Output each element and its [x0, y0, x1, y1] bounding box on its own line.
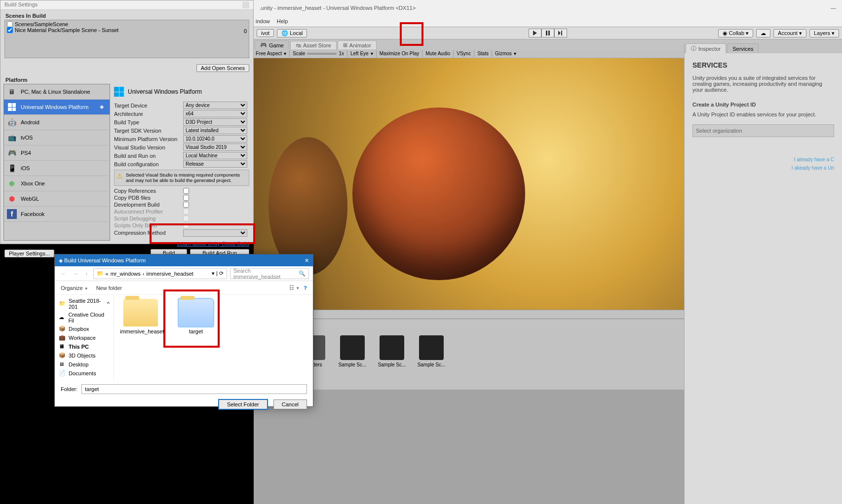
tab-inspector[interactable]: ⓘ Inspector [686, 43, 726, 53]
add-open-scenes-button[interactable]: Add Open Scenes [196, 64, 249, 72]
cloud-button[interactable]: ☁ [756, 29, 770, 37]
folder-name-input[interactable] [81, 384, 307, 394]
folder-toolbar: Organize ▼ New folder ☷ ▼ ? [55, 281, 313, 295]
close-icon[interactable] [242, 1, 249, 8]
layers-dropdown[interactable]: Layers ▾ [809, 29, 839, 37]
platform-uwp[interactable]: Universal Windows Platform◈ [4, 100, 110, 115]
sidebar-item-this-pc[interactable]: 🖥This PC [55, 342, 114, 351]
sidebar-item[interactable]: 💼Workspace [55, 333, 114, 342]
back-button[interactable]: ← [59, 271, 68, 277]
pivot-toggle[interactable]: ivot [257, 29, 274, 37]
step-button[interactable] [554, 29, 567, 37]
unity-toolbar: ivot 🌐 Local ◉ Collab ▾ ☁ Account ▾ Laye… [254, 27, 842, 39]
window-title: .unity - immersive_heaset - Universal Wi… [260, 5, 416, 11]
account-dropdown[interactable]: Account ▾ [773, 29, 806, 37]
services-panel: ⓘ Inspector Services SERVICES Unity prov… [684, 43, 842, 504]
already-have-link-1[interactable]: I already have a C [692, 157, 834, 162]
auto-profiler-checkbox [183, 209, 189, 215]
scene-checkbox[interactable] [7, 21, 13, 27]
build-run-on-select[interactable]: Local Machine [183, 152, 247, 159]
copy-pdb-checkbox[interactable] [183, 195, 189, 201]
up-button[interactable]: ↑ [83, 271, 90, 277]
collab-dropdown[interactable]: ◉ Collab ▾ [718, 29, 753, 37]
pause-button[interactable] [541, 29, 554, 37]
scene-row[interactable]: Nice Material Pack/Sample Scene - Sunset [6, 27, 248, 33]
scene-row[interactable]: Scenes/SampleScene [6, 21, 248, 27]
sdk-select[interactable]: Latest installed [183, 127, 247, 134]
maximize-toggle[interactable]: Maximize On Play [380, 51, 420, 56]
platform-standalone[interactable]: 🖥PC, Mac & Linux Standalone [4, 84, 110, 100]
help-icon[interactable]: ? [304, 285, 307, 291]
mute-toggle[interactable]: Mute Audio [425, 51, 450, 56]
build-config-select[interactable]: Release [183, 160, 247, 168]
folder-dialog-titlebar[interactable]: ◈ Build Universal Windows Platform ✕ [55, 254, 313, 266]
platform-webgl[interactable]: ⬢WebGL [4, 191, 110, 207]
play-button[interactable] [529, 29, 541, 37]
tab-animator[interactable]: ⊞ Animator [338, 40, 377, 49]
scene-checkbox[interactable] [7, 27, 13, 33]
cancel-button[interactable]: Cancel [273, 399, 307, 409]
windows-icon [114, 87, 124, 97]
unity-editor: .unity - immersive_heaset - Universal Wi… [254, 0, 842, 504]
tab-asset-store[interactable]: 🛍 Asset Store [290, 41, 337, 49]
project-item[interactable]: Sample Sc... [417, 335, 446, 385]
close-icon[interactable]: ✕ [305, 257, 309, 264]
unity-logo-icon: ◈ [100, 104, 107, 110]
services-desc: Unity provides you a suite of integrated… [692, 75, 834, 93]
project-item[interactable]: Sample Sc... [377, 335, 407, 385]
platform-ios[interactable]: 📱iOS [4, 161, 110, 176]
sidebar-item[interactable]: 📦Dropbox [55, 324, 114, 333]
player-settings-button[interactable]: Player Settings... [4, 250, 54, 257]
menu-help[interactable]: Help [277, 18, 288, 24]
organize-dropdown[interactable]: Organize ▼ [61, 285, 88, 291]
cloud-build-link[interactable]: Learn about Unity Cloud Build [0, 241, 253, 247]
platform-ps4[interactable]: 🎮PS4 [4, 145, 110, 161]
local-toggle[interactable]: 🌐 Local [277, 29, 307, 37]
dev-build-checkbox[interactable] [183, 202, 189, 208]
tab-game[interactable]: 🎮 Game [255, 40, 289, 49]
platform-android[interactable]: 🤖Android [4, 115, 110, 130]
sidebar-item[interactable]: 🖥Desktop [55, 360, 114, 369]
menu-window[interactable]: indow [256, 18, 270, 24]
folder-dialog-title: Build Universal Windows Platform [64, 257, 146, 263]
build-settings-window: Build Settings Scenes In Build Scenes/Sa… [0, 0, 254, 244]
platform-facebook[interactable]: fFacebook [4, 207, 110, 222]
aspect-dropdown[interactable]: Free Aspect [256, 51, 282, 56]
folder-search[interactable]: Search immersive_headset🔍 [230, 268, 309, 279]
sidebar-item[interactable]: ☁Creative Cloud Fil [55, 311, 114, 324]
build-type-select[interactable]: D3D Project [183, 118, 247, 126]
folder-item[interactable]: immersive_heaset [120, 299, 161, 334]
copy-refs-checkbox[interactable] [183, 188, 189, 194]
platform-list: 🖥PC, Mac & Linux Standalone Universal Wi… [3, 84, 110, 241]
min-platform-select[interactable]: 10.0.10240.0 [183, 135, 247, 143]
compression-select[interactable] [183, 229, 247, 237]
platform-xbox[interactable]: ⊛Xbox One [4, 176, 110, 191]
architecture-select[interactable]: x64 [183, 110, 247, 117]
play-controls [529, 29, 567, 37]
scale-slider[interactable] [307, 53, 337, 55]
eye-dropdown[interactable]: Left Eye [350, 51, 369, 56]
view-dropdown[interactable]: ☷ ▼ [289, 285, 300, 291]
sidebar-item[interactable]: 📦3D Objects [55, 351, 114, 360]
vsync-toggle[interactable]: VSync [457, 51, 471, 56]
breadcrumb[interactable]: 📁 « mr_windows › immersive_headset ▾ | ⟳ [93, 268, 228, 279]
target-device-select[interactable]: Any device [183, 102, 247, 109]
new-folder-button[interactable]: New folder [96, 285, 122, 291]
scenes-list[interactable]: Scenes/SampleScene Nice Material Pack/Sa… [4, 20, 249, 58]
gizmos-dropdown[interactable]: Gizmos [495, 51, 512, 56]
stats-toggle[interactable]: Stats [477, 51, 489, 56]
organization-select[interactable]: Select organization [692, 124, 834, 137]
tab-services[interactable]: Services [727, 43, 759, 53]
project-item[interactable]: Sample Sc... [338, 335, 367, 385]
folder-item-selected[interactable]: target [175, 299, 217, 334]
build-settings-titlebar[interactable]: Build Settings [0, 0, 253, 10]
sidebar-item[interactable]: 📁Seattle 2018-201^ [55, 297, 114, 311]
vs-version-select[interactable]: Visual Studio 2019 [183, 144, 247, 151]
already-have-link-2[interactable]: I akeady have a Un [692, 165, 834, 171]
sidebar-item[interactable]: 📄Documents [55, 369, 114, 378]
window-min-icon[interactable]: — [831, 5, 836, 11]
platform-tvos[interactable]: 📺tvOS [4, 130, 110, 145]
select-folder-button[interactable]: Select Folder [218, 399, 268, 410]
forward-button[interactable]: → [71, 271, 80, 277]
folder-main[interactable]: immersive_heaset target [114, 295, 313, 381]
